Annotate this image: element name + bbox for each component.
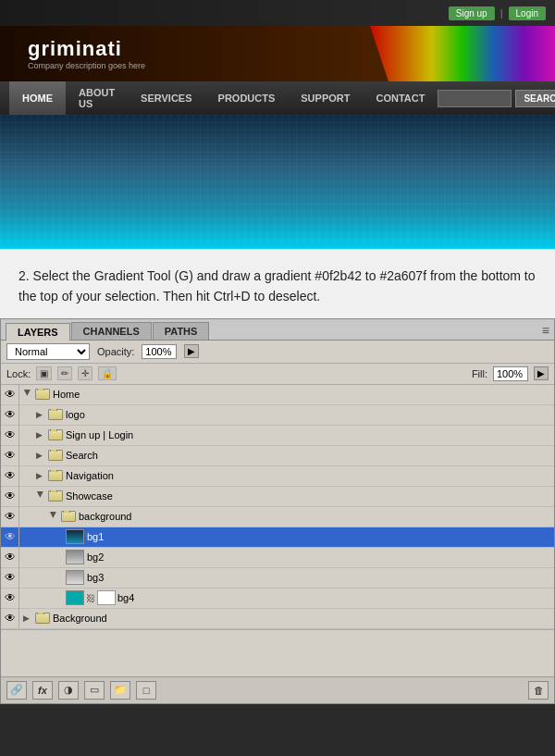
thumb-bg4-color — [66, 590, 84, 605]
tab-layers[interactable]: LAYERS — [6, 323, 70, 341]
nav-contact[interactable]: CONTACT — [363, 81, 438, 115]
thumb-bg4-mask — [97, 590, 116, 605]
tab-paths[interactable]: PATHS — [153, 322, 210, 340]
layer-background-main[interactable]: 👁 ▶ Background — [1, 609, 554, 629]
folder-background-icon — [61, 511, 76, 522]
lock-all-btn[interactable]: 🔒 — [98, 366, 117, 380]
eye-bg2[interactable]: 👁 — [1, 547, 19, 567]
search-input[interactable] — [438, 90, 512, 107]
opacity-label: Opacity: — [97, 346, 134, 357]
folder-signup-icon — [48, 429, 63, 440]
lock-paint-btn[interactable]: ✏ — [57, 366, 72, 380]
logo-tagline: Company description goes here — [28, 61, 145, 70]
layer-navigation[interactable]: 👁 ▶ Navigation — [1, 466, 554, 487]
eye-bg4[interactable]: 👁 — [1, 588, 19, 608]
opacity-arrow[interactable]: ▶ — [184, 344, 199, 358]
layers-scroll-area — [1, 630, 554, 676]
instruction-content: 2. Select the Gradient Tool (G) and draw… — [18, 268, 536, 304]
eye-bg1[interactable]: 👁 — [1, 527, 19, 547]
blend-mode-row: Normal Multiply Screen Opacity: ▶ — [1, 341, 554, 364]
layer-home-label: Home — [53, 389, 554, 400]
folder-navigation-icon — [48, 470, 63, 481]
layer-navigation-label: Navigation — [66, 470, 554, 481]
lock-label: Lock: — [6, 368, 31, 379]
new-group-button[interactable]: 📁 — [110, 681, 130, 700]
link-icon: ⛓ — [86, 593, 95, 603]
opacity-input[interactable] — [142, 344, 177, 359]
arrow-background-main[interactable]: ▶ — [23, 613, 32, 623]
arrow-search[interactable]: ▶ — [36, 451, 45, 460]
panel-menu-icon[interactable]: ≡ — [542, 323, 549, 338]
eye-logo[interactable]: 👁 — [1, 404, 19, 425]
eye-home[interactable]: 👁 — [1, 385, 19, 405]
layer-showcase-label: Showcase — [66, 490, 554, 502]
layer-logo[interactable]: 👁 ▶ logo — [1, 405, 554, 426]
lock-transparency-btn[interactable]: ▣ — [36, 366, 52, 380]
layer-bg4-label: bg4 — [117, 592, 554, 603]
nav-home[interactable]: HOME — [9, 81, 66, 115]
nav-products[interactable]: PRODUCTS — [205, 81, 289, 115]
search-button[interactable]: SEARCH — [515, 90, 555, 107]
eye-signup[interactable]: 👁 — [1, 425, 19, 445]
arrow-background-folder[interactable]: ▶ — [49, 512, 58, 521]
login-button[interactable]: Login — [509, 6, 546, 20]
fill-input[interactable] — [493, 366, 528, 381]
signup-button[interactable]: Sign up — [449, 6, 495, 20]
eye-background-folder[interactable]: 👁 — [1, 506, 19, 527]
ps-bottom-toolbar: 🔗 fx ◑ ▭ 📁 □ 🗑 — [1, 676, 554, 703]
layer-background-folder[interactable]: 👁 ▶ background — [1, 507, 554, 527]
thumb-bg2 — [66, 550, 84, 564]
eye-background-main[interactable]: 👁 — [1, 608, 19, 628]
arrow-navigation[interactable]: ▶ — [36, 471, 45, 480]
search-area: SEARCH — [438, 90, 555, 107]
tab-channels[interactable]: CHANNELS — [71, 322, 152, 340]
layer-search[interactable]: 👁 ▶ Search — [1, 446, 554, 466]
eye-bg3[interactable]: 👁 — [1, 567, 19, 588]
folder-showcase-icon — [48, 490, 63, 502]
ps-tabs: LAYERS CHANNELS PATHS ≡ — [1, 319, 554, 341]
eye-search[interactable]: 👁 — [1, 445, 19, 465]
thumb-bg3 — [66, 570, 84, 585]
logo-text: griminati — [28, 37, 145, 61]
layer-bg3[interactable]: 👁 bg3 — [1, 568, 554, 589]
layer-bg2[interactable]: 👁 bg2 — [1, 548, 554, 568]
fx-button[interactable]: fx — [32, 681, 53, 700]
new-layer-button[interactable]: □ — [136, 681, 156, 700]
layer-mask-button[interactable]: ▭ — [84, 681, 105, 700]
delete-layer-button[interactable]: 🗑 — [528, 681, 549, 700]
layer-showcase[interactable]: 👁 ▶ Showcase — [1, 487, 554, 507]
layer-bg1-label: bg1 — [87, 531, 554, 542]
fill-arrow[interactable]: ▶ — [534, 366, 549, 380]
separator: | — [500, 7, 503, 19]
layer-signup-label: Sign up | Login — [66, 429, 554, 440]
lock-row: Lock: ▣ ✏ ✛ 🔒 Fill: ▶ — [1, 364, 554, 385]
layer-signup-login[interactable]: 👁 ▶ Sign up | Login — [1, 426, 554, 446]
lock-position-btn[interactable]: ✛ — [78, 366, 92, 380]
new-fill-adjustment-button[interactable]: ◑ — [58, 681, 79, 700]
folder-background-main-icon — [35, 613, 50, 624]
layer-search-label: Search — [66, 450, 554, 461]
rainbow-bar — [370, 26, 555, 81]
eye-showcase[interactable]: 👁 — [1, 486, 19, 506]
layer-home[interactable]: 👁 ▶ Home — [1, 385, 554, 405]
blend-mode-select[interactable]: Normal Multiply Screen — [6, 343, 90, 360]
eye-navigation[interactable]: 👁 — [1, 465, 19, 486]
layers-list: 👁 ▶ Home 👁 ▶ logo 👁 ▶ Sign up | Login — [1, 385, 554, 630]
arrow-home[interactable]: ▶ — [23, 390, 32, 399]
folder-search-icon — [48, 450, 63, 461]
link-layers-button[interactable]: 🔗 — [6, 681, 27, 700]
layer-background-main-label: Background — [53, 613, 554, 624]
pixel-overlay — [0, 115, 555, 249]
layer-bg4[interactable]: 👁 ⛓ bg4 — [1, 589, 554, 609]
nav-services[interactable]: SERVICES — [128, 81, 204, 115]
arrow-showcase[interactable]: ▶ — [36, 491, 45, 501]
nav-about[interactable]: ABOUT US — [66, 81, 128, 115]
thumb-bg1 — [66, 529, 84, 544]
folder-logo-icon — [48, 409, 63, 420]
ps-panel: LAYERS CHANNELS PATHS ≡ Normal Multiply … — [0, 318, 555, 704]
arrow-logo[interactable]: ▶ — [36, 410, 45, 419]
nav-support[interactable]: SUPPORT — [288, 81, 363, 115]
layer-bg1[interactable]: 👁 bg1 — [1, 527, 554, 548]
header: griminati Company description goes here — [0, 26, 555, 81]
arrow-signup[interactable]: ▶ — [36, 430, 45, 440]
